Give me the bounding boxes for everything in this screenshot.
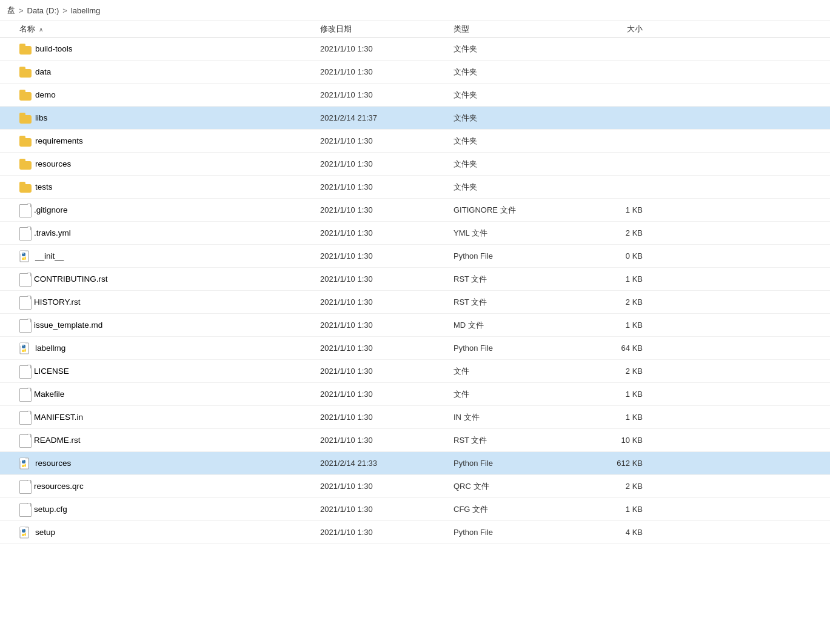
table-row[interactable]: .travis.yml2021/1/10 1:30YML 文件2 KB xyxy=(0,222,830,245)
file-type-cell: Python File xyxy=(449,344,582,353)
table-row[interactable]: labellmg2021/1/10 1:30Python File64 KB xyxy=(0,337,830,360)
svg-point-10 xyxy=(22,460,24,461)
table-row[interactable]: CONTRIBUTING.rst2021/1/10 1:30RST 文件1 KB xyxy=(0,268,830,291)
table-row[interactable]: setup2021/1/10 1:30Python File4 KB xyxy=(0,521,830,544)
file-type-cell: MD 文件 xyxy=(449,320,582,331)
file-icon xyxy=(19,503,30,516)
breadcrumb-sep-2: > xyxy=(62,6,67,15)
file-size-cell: 1 KB xyxy=(582,274,655,284)
file-name-label: LICENSE xyxy=(34,367,69,376)
file-icon xyxy=(19,480,30,493)
file-name-label: resources.qrc xyxy=(34,482,84,491)
header-col-size[interactable]: 大小 xyxy=(582,24,655,35)
header-col-type[interactable]: 类型 xyxy=(449,24,582,35)
file-name-cell: build-tools xyxy=(0,44,315,55)
folder-icon xyxy=(19,136,32,147)
table-row[interactable]: setup.cfg2021/1/10 1:30CFG 文件1 KB xyxy=(0,498,830,521)
folder-icon xyxy=(19,159,32,170)
table-row[interactable]: MANIFEST.in2021/1/10 1:30IN 文件1 KB xyxy=(0,406,830,429)
table-row[interactable]: Makefile2021/1/10 1:30文件1 KB xyxy=(0,383,830,406)
file-name-cell: tests xyxy=(0,182,315,193)
file-type-cell: CFG 文件 xyxy=(449,504,582,515)
file-date-cell: 2021/1/10 1:30 xyxy=(315,274,449,284)
file-date-cell: 2021/1/10 1:30 xyxy=(315,205,449,214)
file-name-cell: HISTORY.rst xyxy=(0,296,315,308)
file-name-cell: CONTRIBUTING.rst xyxy=(0,273,315,285)
file-type-cell: RST 文件 xyxy=(449,297,582,308)
file-icon xyxy=(19,204,30,216)
python-file-icon xyxy=(19,250,32,262)
file-list-header: 名称 ∧ 修改日期 类型 大小 xyxy=(0,21,830,38)
file-name-cell: setup xyxy=(0,526,315,539)
file-date-cell: 2021/1/10 1:30 xyxy=(315,528,449,537)
svg-point-14 xyxy=(22,529,24,530)
svg-point-6 xyxy=(22,345,24,346)
file-name-cell: MANIFEST.in xyxy=(0,411,315,423)
file-icon xyxy=(19,411,30,423)
header-col-date[interactable]: 修改日期 xyxy=(315,24,449,35)
file-name-label: setup xyxy=(35,528,55,537)
file-date-cell: 2021/2/14 21:37 xyxy=(315,113,449,122)
file-name-cell: README.rst xyxy=(0,434,315,446)
python-file-icon xyxy=(19,457,32,470)
file-name-cell: Makefile xyxy=(0,388,315,400)
file-date-cell: 2021/1/10 1:30 xyxy=(315,67,449,76)
file-type-cell: RST 文件 xyxy=(449,435,582,446)
table-row[interactable]: README.rst2021/1/10 1:30RST 文件10 KB xyxy=(0,429,830,452)
breadcrumb-drive[interactable]: Data (D:) xyxy=(27,6,59,15)
header-type-label: 类型 xyxy=(453,24,469,33)
file-name-label: requirements xyxy=(35,136,83,145)
file-size-cell: 2 KB xyxy=(582,297,655,307)
table-row[interactable]: libs2021/2/14 21:37文件夹 xyxy=(0,107,830,130)
file-icon xyxy=(19,434,30,446)
table-row[interactable]: requirements2021/1/10 1:30文件夹 xyxy=(0,130,830,153)
table-row[interactable]: build-tools2021/1/10 1:30文件夹 xyxy=(0,38,830,61)
file-name-label: __init__ xyxy=(35,251,64,261)
svg-point-11 xyxy=(24,465,25,466)
file-size-cell: 2 KB xyxy=(582,367,655,376)
file-rows-container: build-tools2021/1/10 1:30文件夹data2021/1/1… xyxy=(0,38,830,544)
file-icon xyxy=(19,227,30,239)
file-date-cell: 2021/1/10 1:30 xyxy=(315,436,449,445)
table-row[interactable]: data2021/1/10 1:30文件夹 xyxy=(0,61,830,84)
breadcrumb-folder[interactable]: labellmg xyxy=(71,6,100,15)
file-size-cell: 1 KB xyxy=(582,505,655,514)
file-type-cell: 文件夹 xyxy=(449,90,582,101)
file-name-label: demo xyxy=(35,90,56,99)
file-date-cell: 2021/1/10 1:30 xyxy=(315,505,449,514)
file-name-label: .gitignore xyxy=(34,205,68,214)
header-size-label: 大小 xyxy=(627,24,643,33)
file-type-cell: YML 文件 xyxy=(449,228,582,239)
table-row[interactable]: resources.qrc2021/1/10 1:30QRC 文件2 KB xyxy=(0,475,830,498)
breadcrumb-home[interactable]: 盘 xyxy=(7,5,15,16)
file-type-cell: 文件 xyxy=(449,366,582,377)
table-row[interactable]: demo2021/1/10 1:30文件夹 xyxy=(0,84,830,107)
file-name-cell: labellmg xyxy=(0,342,315,354)
file-date-cell: 2021/1/10 1:30 xyxy=(315,297,449,307)
file-size-cell: 0 KB xyxy=(582,251,655,261)
file-icon xyxy=(19,319,30,331)
file-list: 名称 ∧ 修改日期 类型 大小 build-tools2021/1/10 1:3… xyxy=(0,21,830,544)
file-name-label: .travis.yml xyxy=(34,228,71,237)
table-row[interactable]: resources2021/2/14 21:33Python File612 K… xyxy=(0,452,830,475)
table-row[interactable]: HISTORY.rst2021/1/10 1:30RST 文件2 KB xyxy=(0,291,830,314)
file-name-cell: demo xyxy=(0,90,315,101)
table-row[interactable]: resources2021/1/10 1:30文件夹 xyxy=(0,153,830,176)
file-type-cell: QRC 文件 xyxy=(449,481,582,492)
table-row[interactable]: __init__2021/1/10 1:30Python File0 KB xyxy=(0,245,830,268)
file-type-cell: IN 文件 xyxy=(449,412,582,423)
file-size-cell: 2 KB xyxy=(582,228,655,237)
table-row[interactable]: .gitignore2021/1/10 1:30GITIGNORE 文件1 KB xyxy=(0,199,830,222)
file-size-cell: 4 KB xyxy=(582,528,655,537)
python-file-icon xyxy=(19,526,32,539)
file-name-label: README.rst xyxy=(34,436,81,445)
table-row[interactable]: LICENSE2021/1/10 1:30文件2 KB xyxy=(0,360,830,383)
file-name-cell: issue_template.md xyxy=(0,319,315,331)
file-type-cell: 文件夹 xyxy=(449,44,582,55)
file-date-cell: 2021/1/10 1:30 xyxy=(315,159,449,168)
file-name-cell: .travis.yml xyxy=(0,227,315,239)
table-row[interactable]: issue_template.md2021/1/10 1:30MD 文件1 KB xyxy=(0,314,830,337)
header-col-name[interactable]: 名称 ∧ xyxy=(0,24,315,35)
table-row[interactable]: tests2021/1/10 1:30文件夹 xyxy=(0,176,830,199)
file-type-cell: 文件夹 xyxy=(449,67,582,78)
